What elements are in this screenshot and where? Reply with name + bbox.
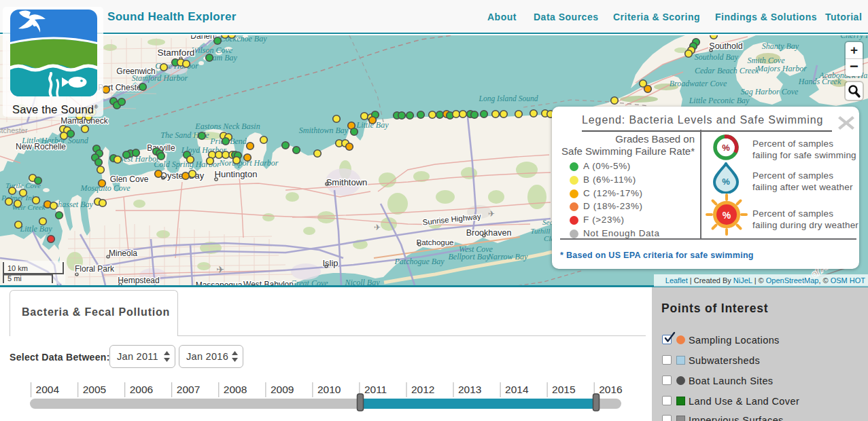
svg-text:Broadwater Cove: Broadwater Cove [670, 79, 727, 88]
svg-text:Majors Harbor: Majors Harbor [756, 64, 807, 73]
svg-text:2004: 2004 [36, 384, 60, 395]
svg-text:Southold: Southold [709, 41, 742, 51]
svg-text:2012: 2012 [411, 384, 434, 395]
svg-text:Stamford: Stamford [158, 48, 195, 58]
svg-text:%: % [723, 210, 731, 221]
svg-text:Cherry Ha: Cherry Ha [840, 35, 868, 40]
svg-text:New Rochelle: New Rochelle [16, 142, 66, 151]
svg-text:2007: 2007 [177, 384, 200, 395]
svg-text:Floral Park: Floral Park [75, 264, 115, 274]
svg-text:Brookhaven: Brookhaven [466, 228, 512, 238]
svg-text:✈: ✈ [216, 264, 224, 275]
svg-text:Greenwich: Greenwich [116, 67, 155, 76]
svg-text:2006: 2006 [130, 384, 153, 395]
svg-text:Patchogue Bay: Patchogue Bay [394, 257, 445, 266]
svg-text:Darien: Darien [190, 35, 214, 41]
svg-text:✈: ✈ [374, 223, 381, 232]
svg-text:Smithtown: Smithtown [326, 177, 368, 187]
svg-text:Narrow Bay: Narrow Bay [487, 252, 528, 261]
svg-text:West Babylon: West Babylon [243, 280, 294, 287]
svg-text:10 km: 10 km [7, 264, 28, 272]
svg-text:2005: 2005 [83, 384, 106, 395]
svg-text:Huntington: Huntington [215, 169, 258, 179]
svg-text:Long Island Sound: Long Island Sound [479, 94, 538, 103]
svg-text:2013: 2013 [458, 384, 481, 395]
svg-text:Nicoll Bay: Nicoll Bay [345, 278, 381, 287]
svg-text:Little Peconic Bay: Little Peconic Bay [689, 96, 750, 105]
svg-text:Southold Bay: Southold Bay [695, 52, 739, 62]
svg-text:2016: 2016 [599, 384, 622, 395]
svg-text:Bellport Bay: Bellport Bay [449, 252, 491, 261]
svg-text:%: % [722, 143, 730, 153]
svg-text:Sag Harbor Cove: Sag Harbor Cove [741, 87, 799, 96]
svg-text:Hempstead: Hempstead [118, 276, 159, 285]
svg-text:Little Bay: Little Bay [20, 224, 53, 234]
svg-text:Patchogue: Patchogue [417, 238, 454, 246]
svg-text:Smithtown Bay: Smithtown Bay [299, 126, 349, 135]
svg-text:2014: 2014 [505, 384, 529, 395]
svg-text:Eastons Neck Basin: Eastons Neck Basin [194, 122, 260, 131]
svg-text:Massapequa: Massapequa [196, 280, 243, 287]
svg-text:2009: 2009 [271, 384, 294, 395]
svg-text:Glen Cove: Glen Cove [110, 175, 149, 184]
svg-text:5 mi: 5 mi [7, 274, 22, 282]
svg-text:✈: ✈ [488, 209, 495, 219]
svg-text:Great Cove: Great Cove [290, 278, 328, 287]
svg-text:2015: 2015 [552, 384, 575, 395]
svg-text:2010: 2010 [317, 384, 341, 395]
svg-text:2008: 2008 [224, 384, 247, 395]
svg-text:%: % [722, 177, 730, 187]
svg-text:Cedar Beach Creek: Cedar Beach Creek [695, 66, 759, 75]
svg-text:2011: 2011 [364, 384, 387, 395]
svg-text:Shanty Bay: Shanty Bay [762, 41, 799, 51]
svg-text:stchester: stchester [0, 126, 28, 134]
svg-text:Mineola: Mineola [109, 249, 137, 258]
